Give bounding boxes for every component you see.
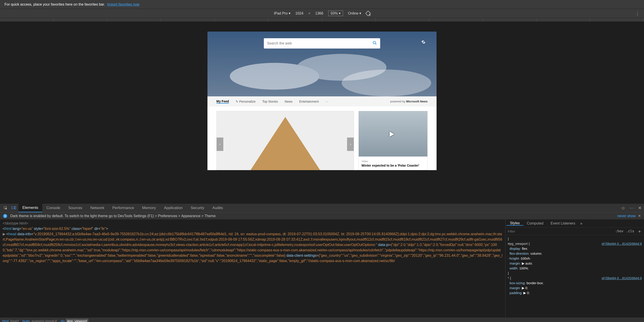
devtools-menu-icon[interactable]: ⋯ (630, 205, 634, 211)
css-property[interactable]: flex-direction: column; (508, 251, 642, 256)
tab-audits[interactable]: Audits (208, 204, 227, 212)
tab-network[interactable]: Network (86, 204, 108, 212)
feed-tab-top[interactable]: Top Stories (262, 100, 278, 103)
rule-selector-2: * { (508, 276, 511, 281)
feed-tab-personalize[interactable]: ✎ Personalize (236, 100, 256, 103)
dimension-x: × (308, 11, 310, 15)
import-favorites-link[interactable]: Import favorites now (107, 2, 140, 6)
carousel-prev-icon[interactable]: ‹ (216, 138, 223, 151)
cls-toggle[interactable]: .cls (626, 229, 634, 233)
device-height[interactable]: 1366 (315, 11, 323, 15)
svg-point-0 (373, 41, 376, 44)
video-label: Video (362, 160, 368, 163)
styles-filter: :hov .cls ＋ (506, 227, 644, 235)
ruler (0, 18, 644, 21)
styles-rules[interactable]: } #pg_viewport {ef-f3be84-3…814203844:9 … (506, 235, 644, 318)
tab-memory[interactable]: Memory (138, 204, 160, 212)
rotate-icon[interactable] (365, 10, 371, 16)
feedback-icon[interactable]: ☺ (621, 206, 626, 211)
search-box[interactable] (264, 38, 380, 48)
device-toolbar: iPad Pro ▾ 1024 × 1366 50% ▾ Online ▾ ⋮ (0, 9, 644, 18)
add-rule-icon[interactable]: ＋ (637, 228, 642, 234)
tab-application[interactable]: Application (160, 204, 186, 212)
css-property[interactable]: margin: ▶ auto; (508, 261, 642, 266)
crumb-html[interactable]: html.hiperf (2, 319, 20, 322)
hero-image (208, 31, 436, 96)
tab-console[interactable]: Console (42, 204, 64, 212)
styles-tab-computed[interactable]: Computed (524, 221, 547, 225)
crumb-current[interactable]: div#pg_viewport (61, 319, 89, 322)
feed-tab-more[interactable]: ··· (325, 100, 328, 103)
video-title: Winter expected to be a 'Polar Coaster' (362, 164, 425, 167)
svg-rect-4 (15, 206, 16, 209)
tab-sources[interactable]: Sources (64, 204, 86, 212)
devtools-lower: <!doctype html> <html lang="en-us" style… (0, 219, 644, 318)
devtools-tabs: Elements Console Sources Network Perform… (0, 204, 644, 212)
rule-source-2[interactable]: ef-f3be84-3…814203844:9 (602, 276, 642, 281)
css-property[interactable]: padding: ▶ 0; (508, 291, 642, 295)
zoom-select[interactable]: 50% ▾ (328, 10, 343, 16)
feed-content: ‹ › Video Winter expected to be a 'Polar… (216, 106, 428, 170)
info-text: Dark theme is enabled by default. To swi… (10, 214, 216, 218)
crumb-body[interactable]: body.anaheim.bimgfull (22, 319, 58, 322)
css-property[interactable]: box-sizing: border-box; (508, 281, 642, 286)
powered-by: powered by Microsoft News (390, 100, 428, 103)
search-icon[interactable] (372, 41, 377, 46)
tab-security[interactable]: Security (186, 204, 208, 212)
dom-breadcrumbs: html.hiperf body.anaheim.bimgfull div#pg… (0, 318, 644, 322)
network-select[interactable]: Online ▾ (348, 11, 361, 15)
styles-tab-listeners[interactable]: Event Listeners (547, 221, 579, 225)
gear-icon[interactable] (421, 40, 426, 44)
styles-tabs: Styles Computed Event Listeners » (506, 219, 644, 227)
device-toolbar-menu-icon[interactable]: ⋮ (636, 11, 640, 16)
css-property[interactable]: width: 100%; (508, 266, 642, 271)
styles-filter-input[interactable] (508, 229, 613, 233)
svg-rect-3 (12, 207, 14, 209)
close-devtools-icon[interactable]: ✕ (638, 205, 642, 211)
css-property[interactable]: height: 100vh; (508, 256, 642, 261)
info-bar: i Dark theme is enabled by default. To s… (0, 212, 644, 219)
inspect-icon[interactable] (2, 205, 9, 211)
dom-html-open: <html lang="en-us" style="font-size:62.5… (3, 226, 502, 231)
elements-panel[interactable]: <!doctype html> <html lang="en-us" style… (0, 219, 505, 318)
main-story-card[interactable]: ‹ › (216, 111, 354, 170)
favorites-text: For quick access, place your favorites h… (4, 2, 105, 6)
dismiss-info-icon[interactable]: ✕ (637, 214, 641, 218)
styles-panel: Styles Computed Event Listeners » :hov .… (505, 219, 644, 318)
info-icon: i (3, 214, 7, 218)
tab-elements[interactable]: Elements (18, 204, 42, 212)
feed-tab-myfeed[interactable]: My Feed (216, 99, 229, 103)
css-property[interactable]: margin: ▶ 0; (508, 286, 642, 291)
device-frame: My Feed ✎ Personalize Top Stories News E… (208, 31, 436, 170)
styles-more-icon[interactable]: » (580, 221, 582, 226)
rule-selector-1: #pg_viewport { (508, 241, 530, 246)
feed-tab-entertainment[interactable]: Entertainment (299, 100, 319, 103)
dom-doctype: <!doctype html> (3, 221, 502, 226)
device-select[interactable]: iPad Pro ▾ (274, 11, 290, 15)
search-input[interactable] (267, 41, 372, 45)
rule-source-1[interactable]: ef-f3be84-3…814203844:9 (602, 241, 642, 246)
svg-line-1 (376, 43, 376, 44)
tab-performance[interactable]: Performance (108, 204, 138, 212)
css-property[interactable]: display: flex; (508, 246, 642, 251)
feed-bar: My Feed ✎ Personalize Top Stories News E… (208, 96, 436, 106)
play-icon[interactable] (390, 131, 394, 137)
viewport-area: My Feed ✎ Personalize Top Stories News E… (0, 21, 644, 204)
video-card[interactable]: Video Winter expected to be a 'Polar Coa… (358, 111, 428, 170)
device-width[interactable]: 1024 (295, 11, 304, 15)
dom-head[interactable]: ▶<head data-info="v:20190824_17864432;a:… (3, 231, 502, 264)
device-mode-icon[interactable] (10, 205, 17, 211)
carousel-next-icon[interactable]: › (347, 138, 354, 151)
never-show-link[interactable]: never show ✕ (617, 214, 641, 218)
feed-tab-news[interactable]: News (285, 100, 292, 103)
hov-toggle[interactable]: :hov (615, 229, 624, 233)
favorites-bar: For quick access, place your favorites h… (0, 0, 644, 9)
video-thumbnail (359, 111, 428, 157)
styles-tab-styles[interactable]: Styles (506, 221, 524, 226)
video-text: Video Winter expected to be a 'Polar Coa… (359, 157, 428, 170)
food-pyramid-image (247, 117, 323, 170)
